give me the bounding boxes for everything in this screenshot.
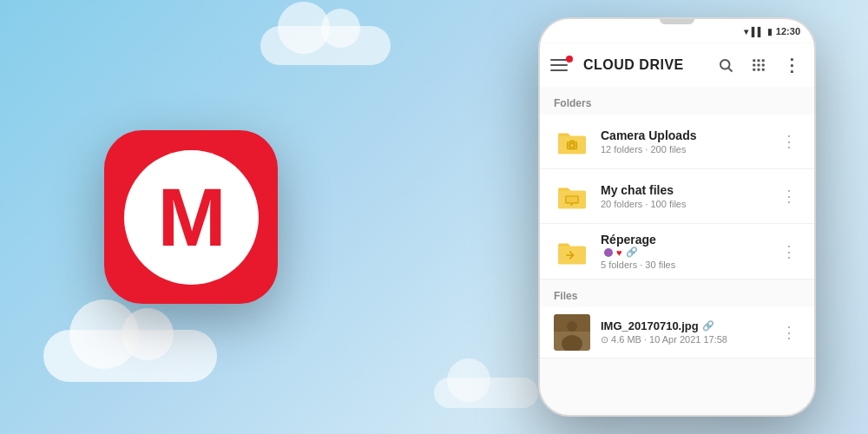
folder-chat-files-info: My chat files 20 folders · 100 files (601, 183, 778, 209)
folder-item-my-chat-files[interactable]: My chat files 20 folders · 100 files ⋮ (540, 169, 814, 224)
menu-line-1 (550, 59, 568, 61)
background-cloud-1 (43, 330, 217, 382)
folder-camera-uploads-more[interactable]: ⋮ (778, 128, 800, 155)
phone-body: ▾ ▌▌ ▮ 12:30 CLOUD DRIVE (538, 17, 816, 417)
notification-dot (566, 56, 573, 62)
menu-line-3 (550, 69, 568, 71)
phone-mockup: ▾ ▌▌ ▮ 12:30 CLOUD DRIVE (538, 17, 816, 417)
file-img-info: IMG_20170710.jpg 🔗 ⊙ 4.6 MB · 10 Apr 202… (601, 319, 778, 345)
svg-rect-5 (753, 64, 755, 67)
folder-camera-uploads-name: Camera Uploads (601, 128, 778, 142)
purple-badge (604, 248, 613, 257)
svg-line-1 (728, 68, 732, 71)
folder-chat-files-meta: 20 folders · 100 files (601, 199, 778, 209)
wifi-icon: ▾ (744, 27, 748, 36)
svg-rect-9 (758, 69, 760, 71)
folder-camera-uploads-info: Camera Uploads 12 folders · 200 files (601, 128, 778, 155)
file-img-more[interactable]: ⋮ (778, 319, 800, 345)
svg-rect-3 (758, 59, 760, 62)
file-img-name: IMG_20170710.jpg 🔗 (601, 319, 778, 332)
background-cloud-3 (434, 378, 538, 408)
folder-item-reperage[interactable]: Réperage ♥ 🔗 5 folders · 30 files ⋮ (540, 224, 814, 279)
files-section-label: Files (540, 279, 814, 307)
page-title: CLOUD DRIVE (583, 57, 713, 73)
folder-reperage-badges: ♥ 🔗 (604, 247, 778, 258)
app-icon-container: M (104, 130, 278, 304)
folder-item-camera-uploads[interactable]: Camera Uploads 12 folders · 200 files ⋮ (540, 115, 814, 169)
top-bar: CLOUD DRIVE (540, 43, 814, 87)
app-icon-background: M (104, 130, 278, 304)
time-display: 12:30 (776, 26, 800, 36)
svg-rect-4 (762, 59, 765, 62)
svg-point-15 (567, 321, 577, 332)
phone-speaker (660, 19, 694, 24)
svg-point-0 (720, 60, 730, 69)
folder-reperage-info: Réperage ♥ 🔗 5 folders · 30 files (601, 233, 778, 270)
content-area: Folders Camera Uploads 12 folders · 20 (540, 87, 814, 415)
top-bar-actions: ⋮ (713, 53, 804, 77)
svg-rect-7 (762, 64, 765, 67)
file-thumbnail (554, 314, 590, 351)
folder-reperage-more[interactable]: ⋮ (778, 239, 800, 265)
search-button[interactable] (713, 53, 738, 77)
folder-icon-reperage (554, 233, 590, 270)
battery-icon: ▮ (767, 27, 773, 36)
folders-section-label: Folders (540, 87, 814, 115)
folder-icon-chat (554, 178, 590, 214)
folder-icon-camera (554, 123, 590, 160)
app-icon-letter: M (157, 176, 224, 259)
app-icon-circle: M (124, 150, 259, 285)
folder-chat-files-more[interactable]: ⋮ (778, 183, 800, 209)
svg-rect-8 (753, 69, 755, 71)
background-cloud-2 (260, 26, 391, 65)
menu-line-2 (550, 64, 568, 66)
grid-view-button[interactable] (746, 53, 771, 77)
link-badge: 🔗 (626, 247, 638, 258)
file-item-img[interactable]: IMG_20170710.jpg 🔗 ⊙ 4.6 MB · 10 Apr 202… (540, 307, 814, 358)
svg-rect-10 (762, 69, 765, 71)
status-icons: ▾ ▌▌ ▮ 12:30 (744, 26, 800, 36)
file-img-meta: ⊙ 4.6 MB · 10 Apr 2021 17:58 (601, 334, 778, 345)
heart-badge: ♥ (616, 247, 622, 258)
menu-button[interactable] (550, 52, 576, 78)
svg-rect-2 (753, 59, 755, 62)
folder-camera-uploads-meta: 12 folders · 200 files (601, 144, 778, 155)
overflow-menu-button[interactable]: ⋮ (779, 53, 804, 77)
svg-rect-6 (758, 64, 760, 67)
folder-chat-files-name: My chat files (601, 183, 778, 197)
folder-reperage-name: Réperage ♥ 🔗 (601, 233, 778, 258)
folder-reperage-meta: 5 folders · 30 files (601, 260, 778, 270)
signal-icon: ▌▌ (752, 27, 764, 36)
file-link-icon: 🔗 (702, 320, 714, 332)
